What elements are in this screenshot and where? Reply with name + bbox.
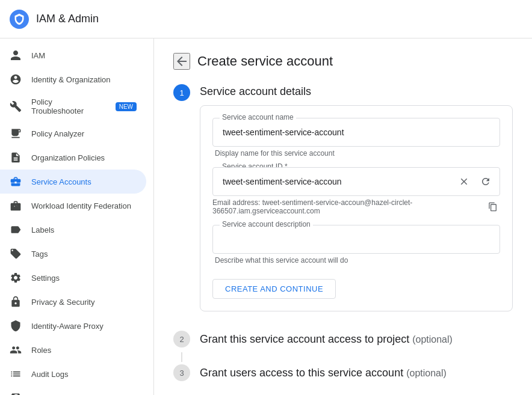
sidebar-item-labels[interactable]: Labels: [0, 218, 146, 242]
service-account-name-label: Service account name: [220, 113, 296, 121]
sidebar-item-settings[interactable]: Settings: [0, 266, 146, 290]
sidebar-item-audit-logs-label: Audit Logs: [31, 370, 137, 379]
manage-accounts-icon: [10, 176, 22, 188]
email-address-display: Email address: tweet-sentiment-service-a…: [212, 198, 500, 215]
person-icon: [10, 49, 22, 61]
step-1-content: Service account details Service account …: [200, 84, 513, 321]
service-account-id-wrapper: [212, 167, 500, 196]
main-layout: IAM Identity & Organization Policy Troub…: [0, 38, 532, 395]
sidebar-item-identity-aware-proxy[interactable]: Identity-Aware Proxy: [0, 314, 146, 338]
sidebar-item-labels-label: Labels: [31, 225, 137, 234]
list-icon: [10, 368, 22, 380]
sidebar-item-roles[interactable]: Roles: [0, 338, 146, 362]
sidebar-item-org-policies[interactable]: Organization Policies: [0, 145, 146, 170]
sidebar-item-audit-logs[interactable]: Audit Logs: [0, 362, 146, 386]
step-2-optional: (optional): [412, 334, 453, 344]
diamond-icon: [10, 392, 22, 395]
service-account-description-label: Service account description: [220, 220, 313, 228]
service-account-name-field: Service account name Display name for th…: [212, 118, 500, 158]
badge-icon: [10, 200, 22, 212]
sidebar-item-workload-identity[interactable]: Workload Identity Federation: [0, 194, 146, 218]
sidebar-item-iam[interactable]: IAM: [0, 43, 146, 67]
sidebar-item-tags[interactable]: Tags: [0, 242, 146, 266]
sidebar-item-identity-org[interactable]: Identity & Organization: [0, 67, 146, 91]
step-3-content: Grant users access to this service accou…: [200, 364, 513, 381]
back-button[interactable]: [173, 53, 190, 70]
create-and-continue-button[interactable]: CREATE AND CONTINUE: [212, 279, 336, 299]
service-account-name-input[interactable]: [212, 118, 500, 147]
step-2-title: Grant this service account access to pro…: [200, 333, 513, 346]
step-2-number: 2: [179, 335, 184, 344]
sidebar-item-service-accounts[interactable]: Service Accounts: [0, 170, 146, 194]
tag-icon: [10, 248, 22, 260]
sidebar-item-privacy-label: Privacy & Security: [31, 298, 137, 307]
step-1-indicator: 1: [173, 84, 190, 101]
app-header: IAM & Admin: [0, 0, 532, 38]
receipt-icon: [10, 127, 22, 139]
step-2-content: Grant this service account access to pro…: [200, 331, 513, 348]
step-1-form: Service account name Display name for th…: [200, 105, 513, 311]
sidebar-item-workload-label: Workload Identity Federation: [31, 201, 137, 210]
step-3-number: 3: [179, 369, 184, 378]
page-title: Create service account: [197, 54, 333, 69]
sidebar-item-policy-troubleshooter[interactable]: Policy Troubleshooter NEW: [0, 91, 146, 121]
sidebar-item-identity-label: Identity & Organization: [31, 75, 137, 84]
step-1-section: 1 Service account details Service accoun…: [173, 84, 513, 321]
sidebar-item-policy-analyzer[interactable]: Policy Analyzer: [0, 121, 146, 145]
step-3-indicator: 3: [173, 364, 190, 381]
service-account-name-hint: Display name for this service account: [212, 149, 500, 158]
refresh-id-button[interactable]: [476, 172, 495, 191]
step-1-number: 1: [179, 88, 184, 97]
wrench-icon: [10, 100, 22, 112]
lock-icon: [10, 296, 22, 308]
clear-id-button[interactable]: [454, 172, 474, 191]
groups-icon: [10, 344, 22, 356]
step-2-indicator: 2: [173, 331, 190, 348]
sidebar-item-roles-label: Roles: [31, 346, 137, 355]
steps-container: 1 Service account details Service accoun…: [173, 84, 513, 391]
service-account-id-field: Service account ID *: [212, 167, 500, 215]
service-account-description-field: Service account description Describe wha…: [212, 225, 500, 265]
new-badge: NEW: [116, 102, 137, 111]
copy-email-button[interactable]: [486, 200, 500, 214]
sidebar-item-tags-label: Tags: [31, 250, 137, 259]
main-content: Create service account 1 Service account…: [154, 38, 532, 395]
sidebar-item-iam-label: IAM: [31, 51, 137, 60]
sidebar-item-troubleshooter-label: Policy Troubleshooter: [31, 97, 106, 115]
sidebar-item-analyzer-label: Policy Analyzer: [31, 129, 137, 138]
step-3-optional: (optional): [406, 368, 447, 378]
app-logo: [10, 10, 29, 29]
field-icons: [454, 172, 495, 191]
service-account-description-input[interactable]: [212, 225, 500, 254]
app-title: IAM & Admin: [36, 13, 99, 25]
step-1-title: Service account details: [200, 85, 513, 98]
sidebar-item-service-accounts-label: Service Accounts: [31, 177, 137, 186]
sidebar: IAM Identity & Organization Policy Troub…: [0, 38, 154, 395]
sidebar-item-iap-label: Identity-Aware Proxy: [31, 322, 137, 331]
email-address-text: Email address: tweet-sentiment-service-a…: [212, 198, 483, 215]
business-icon: [10, 73, 22, 85]
settings-icon: [10, 272, 22, 284]
sidebar-item-asset-inventory[interactable]: Asset Inventory: [0, 386, 146, 395]
sidebar-item-org-policies-label: Organization Policies: [31, 153, 137, 162]
step-3-title: Grant users access to this service accou…: [200, 367, 513, 379]
policy-icon: [10, 152, 22, 164]
page-header: Create service account: [173, 53, 513, 70]
label-icon: [10, 224, 22, 236]
sidebar-item-settings-label: Settings: [31, 274, 137, 283]
step-3-section: 3 Grant users access to this service acc…: [173, 364, 513, 381]
shield-icon: [10, 320, 22, 332]
step-2-section: 2 Grant this service account access to p…: [173, 331, 513, 348]
service-account-description-hint: Describe what this service account will …: [212, 256, 500, 265]
sidebar-item-privacy-security[interactable]: Privacy & Security: [0, 290, 146, 314]
step-divider: [181, 352, 182, 362]
